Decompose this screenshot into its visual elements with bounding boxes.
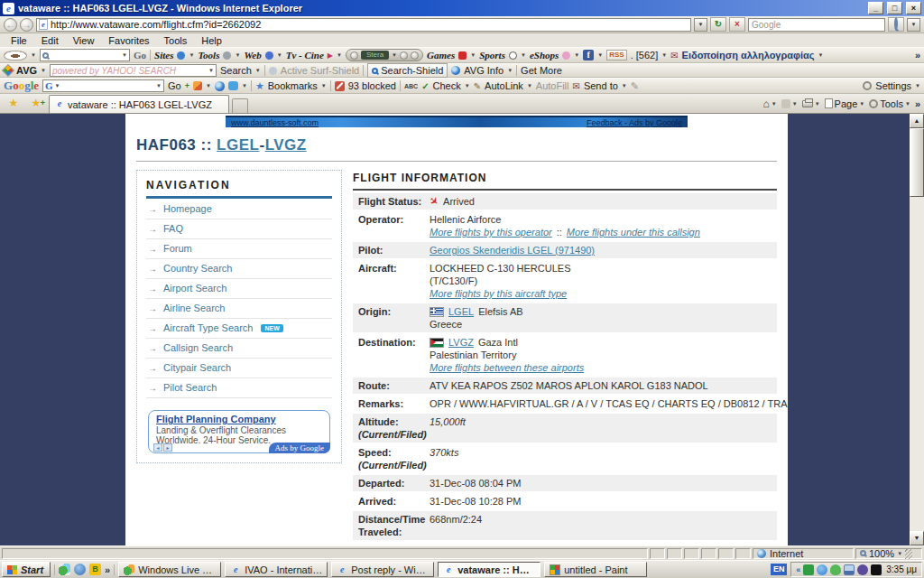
tray-display-icon[interactable] [871, 564, 882, 575]
chevron-down-icon[interactable]: ▼ [465, 83, 470, 89]
volume-mute-button[interactable] [411, 51, 419, 60]
chevron-down-icon[interactable]: ▼ [321, 83, 327, 89]
new-tab-button[interactable] [232, 98, 248, 113]
chevron-down-icon[interactable]: ▼ [661, 52, 667, 58]
tray-updates-icon[interactable] [803, 564, 814, 575]
address-field[interactable]: e [36, 18, 691, 32]
scrollbar-thumb[interactable] [910, 128, 924, 197]
taskbar-task-vataware-haf063[interactable]: evataware :: HAF063 ... [438, 562, 541, 577]
sidebar-item-homepage[interactable]: →Homepage [146, 200, 332, 219]
portal-go-button[interactable]: Go [134, 50, 146, 61]
chevron-down-icon[interactable]: ▼ [597, 52, 603, 58]
info-more-link[interactable]: More flights by this aircraft type [430, 287, 567, 300]
taskbar-task-windows-live-messenger[interactable]: Windows Live Messenger [118, 562, 221, 577]
tab-active[interactable]: e vataware :: HAF063 LGEL-LVGZ [49, 95, 229, 113]
sidebar-item-country-search[interactable]: →Country Search [146, 259, 332, 279]
ad-next-button[interactable]: ► [163, 443, 172, 452]
google-search-box[interactable]: G ▼ ▼ [42, 79, 164, 92]
info-more-link[interactable]: More flights by this operator [430, 226, 552, 238]
chevron-down-icon[interactable]: ▼ [122, 52, 127, 58]
vertical-scrollbar[interactable]: ▲ ▼ [910, 114, 924, 545]
avg-get-more-button[interactable]: Get More [521, 65, 562, 76]
sidebar-item-faq[interactable]: →FAQ [146, 219, 332, 239]
google-news-icon[interactable] [193, 81, 202, 90]
quicklaunch-browser-icon[interactable] [74, 564, 86, 575]
toolbar-overflow-button[interactable]: » [915, 50, 920, 61]
quicklaunch-messenger-icon[interactable] [59, 564, 70, 575]
browser-search-input[interactable] [752, 20, 882, 30]
taskbar-task-ivao-international-virtua[interactable]: eIVAO - International Virtua... [225, 562, 328, 577]
chevron-down-icon[interactable]: ▼ [392, 52, 397, 58]
chevron-down-icon[interactable]: ▼ [189, 52, 194, 58]
popup-blocked-count[interactable]: 93 blocked [348, 80, 396, 91]
avg-search-button[interactable]: Search [220, 65, 252, 76]
tray-collapse-button[interactable]: « [796, 565, 800, 574]
avg-info-menu[interactable]: AVG Info [464, 65, 504, 76]
tray-shield-icon[interactable] [857, 564, 868, 575]
print-button[interactable]: ▼ [802, 100, 820, 107]
info-link[interactable]: LVGZ [448, 336, 474, 349]
chevron-down-icon[interactable]: ▼ [818, 52, 823, 58]
url-input[interactable] [51, 19, 688, 30]
eshops-menu[interactable]: eShops [530, 50, 559, 61]
chevron-down-icon[interactable]: ▼ [897, 551, 902, 556]
google-earth-icon[interactable] [215, 81, 225, 91]
avg-search-input[interactable] [52, 66, 207, 76]
tv-cine-menu[interactable]: Tv - Cine [286, 50, 324, 61]
portal-search-input[interactable] [51, 51, 120, 61]
feeds-button[interactable]: ▼ [781, 99, 798, 108]
favorites-center-button[interactable]: ★ [4, 96, 23, 112]
tray-messenger-icon[interactable] [817, 564, 827, 575]
browser-search-box[interactable] [748, 18, 885, 32]
google-search-input[interactable] [62, 81, 155, 91]
chevron-down-icon[interactable]: ▼ [206, 83, 211, 89]
info-more-link[interactable]: More flights under this callsign [567, 226, 700, 238]
search-go-button[interactable] [888, 17, 904, 32]
active-surf-shield-button[interactable]: Active Surf-Shield [281, 65, 359, 76]
chat-bubble-icon[interactable] [228, 81, 238, 90]
info-link[interactable]: LGEL [448, 305, 474, 318]
mail-notification-label[interactable]: Ειδοποίηση αλληλογραφίας [682, 50, 815, 61]
sidebar-item-airport-search[interactable]: →Airport Search [146, 279, 332, 299]
avg-search-box[interactable]: ▼ [50, 64, 217, 77]
sidebar-item-forum[interactable]: →Forum [146, 239, 332, 259]
minimize-button[interactable]: _ [868, 2, 883, 14]
avg-menu[interactable]: AVG [16, 65, 37, 76]
player-play-button[interactable] [350, 51, 358, 60]
chevron-down-icon[interactable]: ▼ [235, 52, 240, 58]
chevron-down-icon[interactable]: ▼ [242, 83, 247, 89]
banner-feedback-link[interactable]: Feedback - Ads by Google [587, 118, 682, 127]
chevron-down-icon[interactable]: ▼ [574, 52, 579, 58]
sports-menu[interactable]: Sports [479, 50, 505, 61]
tools-menu[interactable]: Tools▼ [869, 98, 910, 109]
start-button[interactable]: Start [2, 562, 51, 577]
menu-file[interactable]: File [4, 35, 34, 46]
search-shield-button[interactable]: Search-Shield [367, 63, 448, 78]
sidebar-item-pilot-search[interactable]: →Pilot Search [146, 378, 332, 398]
sidebar-item-aircraft-type-search[interactable]: →Aircraft Type SearchNEW [146, 319, 332, 339]
portal-logo-dropdown-icon[interactable]: ▼ [31, 52, 36, 58]
chevron-down-icon[interactable]: ▼ [622, 83, 627, 89]
stop-button[interactable]: × [729, 17, 745, 32]
zoom-control[interactable]: 100% ▼ [855, 548, 922, 559]
ads-by-google-label[interactable]: Ads by Google [269, 443, 331, 453]
taskbar-clock[interactable]: 3:35 μμ [884, 564, 917, 574]
add-favorite-button[interactable]: ★+ [26, 96, 46, 112]
scroll-down-button[interactable]: ▼ [910, 531, 924, 545]
quicklaunch-media-icon[interactable] [89, 564, 101, 575]
sidebar-item-citypair-search[interactable]: →Citypair Search [146, 359, 332, 378]
refresh-button[interactable]: ↻ [710, 17, 726, 32]
portal-logo-icon[interactable] [4, 51, 27, 61]
info-more-link[interactable]: More flights between these airports [430, 361, 584, 374]
chevron-down-icon[interactable]: ▼ [470, 52, 476, 58]
ad-title-link[interactable]: Flight Planning Company [156, 414, 322, 425]
taskbar-task-post-reply-windows-inter[interactable]: ePost reply - Windows Inter... [331, 562, 434, 577]
volume-up-button[interactable] [400, 51, 408, 60]
ad-prev-button[interactable]: ◄ [153, 443, 162, 452]
sidebar-item-airline-search[interactable]: →Airline Search [146, 299, 332, 319]
chevron-down-icon[interactable]: ▼ [337, 52, 342, 58]
taskbar-task-untitled-paint[interactable]: untitled - Paint [544, 562, 647, 577]
portal-search-box[interactable]: ▼ [40, 49, 130, 61]
sidebar-item-callsign-search[interactable]: →Callsign Search [146, 339, 332, 359]
command-overflow-button[interactable]: » [915, 98, 920, 109]
